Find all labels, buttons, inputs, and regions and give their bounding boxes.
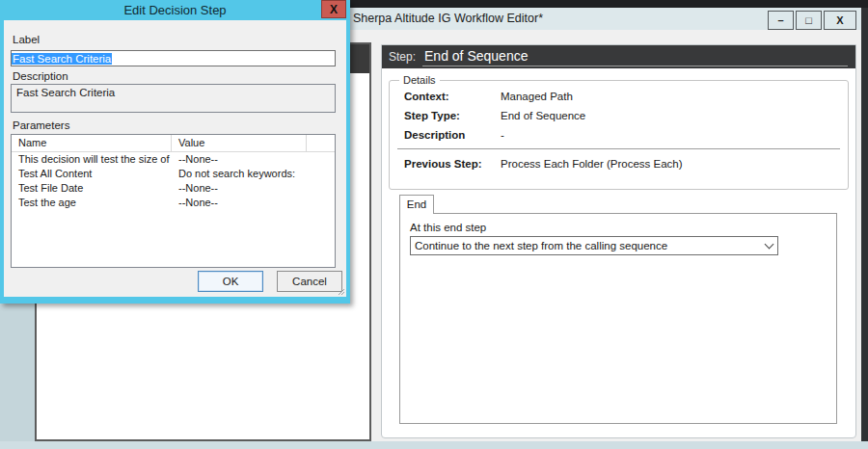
- description-label: Description: [404, 129, 465, 141]
- param-value: --None--: [172, 181, 307, 196]
- step-detail-pane: Step: End of Sequence Details Context: M…: [381, 44, 856, 438]
- dialog-titlebar[interactable]: Edit Decision Step X: [0, 0, 350, 20]
- desktop-bottom-strip: [0, 441, 868, 449]
- details-groupbox: Details Context: Managed Path Step Type:…: [389, 80, 849, 190]
- dialog-body: Label Fast Search Criteria Description F…: [4, 20, 346, 297]
- close-button[interactable]: X: [824, 11, 856, 30]
- dialog-title: Edit Decision Step: [0, 0, 350, 20]
- maximize-icon: □: [805, 14, 812, 26]
- param-value: --None--: [172, 152, 307, 167]
- minimize-button[interactable]: –: [768, 11, 794, 30]
- table-row[interactable]: Test the age --None--: [12, 196, 335, 210]
- table-row[interactable]: Test File Date --None--: [12, 181, 335, 196]
- description-textarea-value: Fast Search Criteria: [16, 87, 115, 98]
- table-row[interactable]: Test All Content Do not search keywords:: [12, 167, 335, 181]
- step-header-bar: Step: End of Sequence: [382, 45, 855, 68]
- parameters-caption: Parameters: [13, 119, 69, 131]
- table-row[interactable]: This decision will test the size of a fi…: [12, 152, 335, 167]
- resize-grip[interactable]: [338, 288, 344, 295]
- maximize-button[interactable]: □: [796, 11, 822, 30]
- cancel-button[interactable]: Cancel: [277, 271, 342, 292]
- label-input-value: Fast Search Criteria: [12, 53, 112, 65]
- chevron-down-icon: [760, 244, 777, 248]
- param-value: Do not search keywords:: [172, 167, 307, 181]
- step-header-title: End of Sequence: [422, 48, 848, 66]
- column-header-name: Name: [12, 135, 172, 151]
- label-input[interactable]: Fast Search Criteria: [11, 50, 336, 66]
- details-legend: Details: [399, 74, 440, 86]
- dialog-close-button[interactable]: X: [321, 0, 346, 18]
- previous-step-label: Previous Step:: [404, 158, 482, 170]
- param-name: Test All Content: [12, 167, 172, 181]
- param-name: This decision will test the size of a fi…: [12, 152, 172, 167]
- end-step-dropdown-value: Continue to the next step from the calli…: [411, 240, 760, 251]
- end-step-label: At this end step: [410, 222, 486, 233]
- end-tab-page: At this end step Continue to the next st…: [399, 213, 837, 424]
- context-label: Context:: [404, 91, 449, 102]
- end-step-dropdown[interactable]: Continue to the next step from the calli…: [410, 236, 778, 255]
- step-type-label: Step Type:: [404, 110, 460, 121]
- previous-step-value: Process Each Folder (Process Each): [501, 158, 683, 170]
- step-type-value: End of Sequence: [501, 110, 585, 121]
- minimize-icon: –: [777, 14, 783, 26]
- column-header-value: Value: [172, 135, 307, 151]
- column-header-blank: [307, 135, 335, 151]
- tab-end[interactable]: End: [399, 195, 434, 214]
- description-textarea[interactable]: Fast Search Criteria: [11, 84, 336, 113]
- description-value: -: [501, 129, 504, 141]
- dialog-close-icon: X: [330, 3, 338, 16]
- parameters-table-header: Name Value: [12, 135, 335, 152]
- window-caption-buttons: – □ X: [768, 11, 856, 30]
- parameters-table[interactable]: Name Value This decision will test the s…: [11, 134, 336, 268]
- label-field-caption: Label: [13, 34, 40, 45]
- context-value: Managed Path: [501, 91, 573, 102]
- close-icon: X: [836, 14, 843, 26]
- ok-button[interactable]: OK: [198, 271, 263, 292]
- details-separator: [397, 148, 840, 149]
- param-name: Test File Date: [12, 181, 172, 196]
- step-header-prefix: Step:: [389, 50, 416, 64]
- description-field-caption: Description: [13, 70, 68, 82]
- edit-decision-step-dialog: Edit Decision Step X Label Fast Search C…: [0, 0, 350, 304]
- param-value: --None--: [172, 196, 307, 210]
- param-name: Test the age: [12, 196, 172, 210]
